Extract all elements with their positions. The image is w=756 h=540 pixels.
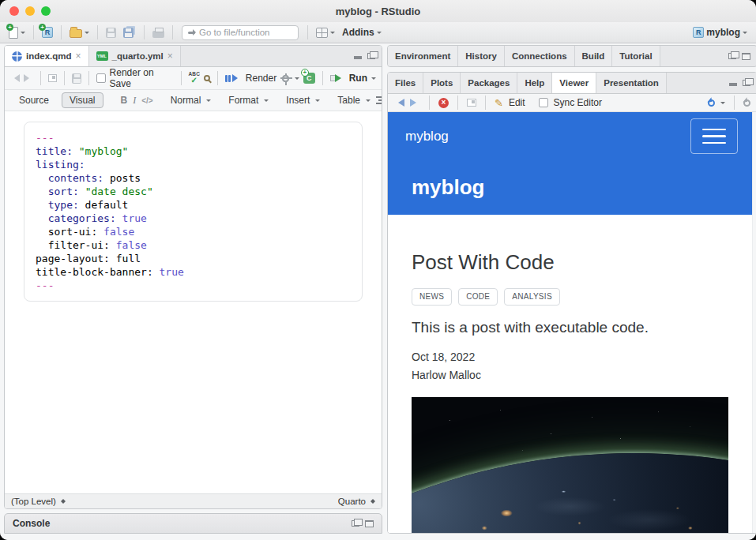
tab-quarto-yml[interactable]: YML _quarto.yml × xyxy=(89,46,181,66)
back-icon[interactable] xyxy=(10,74,20,82)
pane-layout-button[interactable] xyxy=(314,26,337,39)
stop-icon[interactable]: × xyxy=(438,98,449,108)
tab-index-qmd[interactable]: index.qmd × xyxy=(5,46,89,66)
chevron-down-icon[interactable] xyxy=(720,102,725,107)
post-hero-image xyxy=(412,397,728,533)
new-project-button[interactable]: R xyxy=(39,25,55,39)
spellcheck-icon[interactable]: ABC✓ xyxy=(188,72,200,84)
edit-button[interactable]: Edit xyxy=(509,97,525,108)
scope-selector[interactable]: (Top Level) xyxy=(11,497,56,506)
visual-editor[interactable]: ---title: "myblog"listing: contents: pos… xyxy=(5,111,382,493)
insert-menu[interactable]: Insert xyxy=(286,95,310,106)
save-all-button[interactable] xyxy=(121,26,138,39)
render-on-save-checkbox[interactable] xyxy=(96,73,105,83)
category-badge[interactable]: ANALYSIS xyxy=(504,288,560,306)
files-tabbar: Files Plots Packages Help Viewer Present… xyxy=(388,73,756,94)
tab-plots[interactable]: Plots xyxy=(423,73,461,93)
tab-history[interactable]: History xyxy=(458,46,505,66)
search-icon[interactable] xyxy=(204,75,210,81)
restore-pane-icon[interactable] xyxy=(728,53,736,59)
blog-navbar-title[interactable]: myblog xyxy=(405,129,449,144)
divider xyxy=(172,25,173,39)
forward-icon[interactable] xyxy=(410,99,420,107)
tab-viewer[interactable]: Viewer xyxy=(552,73,596,93)
open-file-button[interactable] xyxy=(67,25,92,39)
tab-packages[interactable]: Packages xyxy=(461,73,517,93)
source-mode-button[interactable]: Source xyxy=(12,93,56,107)
maximize-pane-icon[interactable] xyxy=(743,80,750,86)
print-icon xyxy=(152,31,164,38)
new-file-button[interactable] xyxy=(6,25,28,40)
divider xyxy=(181,71,182,85)
save-icon xyxy=(106,28,116,38)
goto-file-input[interactable] xyxy=(199,28,286,37)
tab-presentation[interactable]: Presentation xyxy=(596,73,667,93)
chevron-down-icon xyxy=(264,99,269,104)
italic-button[interactable]: I xyxy=(133,95,136,107)
insert-chunk-icon[interactable]: C xyxy=(303,73,315,84)
gear-icon[interactable] xyxy=(282,75,289,82)
goto-file-search[interactable] xyxy=(182,25,299,40)
editor-statusbar: (Top Level) Quarto xyxy=(5,493,382,508)
hamburger-menu-button[interactable] xyxy=(690,118,738,154)
restore-pane-icon[interactable] xyxy=(352,520,359,527)
yaml-code[interactable]: ---title: "myblog"listing: contents: pos… xyxy=(24,122,363,302)
doc-format-selector[interactable]: Quarto xyxy=(338,497,366,506)
bold-button[interactable]: B xyxy=(121,95,128,106)
project-label: myblog xyxy=(706,27,740,38)
goto-arrow-icon xyxy=(188,32,195,34)
minimize-pane-icon[interactable] xyxy=(354,56,362,59)
sync-editor-checkbox[interactable] xyxy=(539,98,548,107)
outline-toggle-icon[interactable] xyxy=(376,96,382,104)
maximize-pane-icon[interactable] xyxy=(367,53,375,59)
run-button[interactable]: Run xyxy=(349,73,367,84)
tab-environment[interactable]: Environment xyxy=(388,46,458,66)
console-pane-header[interactable]: Console xyxy=(4,513,382,534)
divider xyxy=(64,71,65,85)
post-title[interactable]: Post With Code xyxy=(412,249,728,276)
open-in-new-window-icon[interactable] xyxy=(48,74,57,82)
close-icon[interactable]: × xyxy=(76,51,81,62)
divider xyxy=(734,96,735,110)
save-button[interactable] xyxy=(103,26,118,39)
tab-connections[interactable]: Connections xyxy=(505,46,575,66)
project-menu-button[interactable]: Rmyblog xyxy=(690,25,750,39)
code-button[interactable]: </> xyxy=(141,96,152,105)
minimize-pane-icon[interactable] xyxy=(729,83,737,86)
print-button[interactable] xyxy=(150,26,167,39)
maximize-pane-icon[interactable] xyxy=(742,53,750,60)
forward-icon[interactable] xyxy=(24,74,33,82)
sync-viewer-icon[interactable] xyxy=(708,99,715,107)
addins-button[interactable]: Addins xyxy=(340,25,384,39)
spinner-icon xyxy=(61,497,66,506)
tab-help[interactable]: Help xyxy=(517,73,552,93)
tab-build[interactable]: Build xyxy=(575,46,613,66)
paragraph-style-dropdown[interactable]: Normal xyxy=(171,95,201,106)
category-badge[interactable]: CODE xyxy=(458,288,498,306)
project-icon: R xyxy=(693,27,704,38)
render-on-save-label: Render on Save xyxy=(110,67,174,89)
pane-buttons xyxy=(354,46,382,66)
tab-files[interactable]: Files xyxy=(388,73,423,93)
open-folder-icon xyxy=(70,29,82,38)
chevron-down-icon[interactable] xyxy=(371,77,376,82)
render-button[interactable]: Render xyxy=(246,73,276,84)
chevron-down-icon xyxy=(743,32,747,36)
open-in-new-window-icon[interactable] xyxy=(467,99,476,107)
tab-tutorial[interactable]: Tutorial xyxy=(612,46,660,66)
back-icon[interactable] xyxy=(394,99,404,107)
main-toolbar: R Addins Rmyblog xyxy=(0,22,756,43)
close-icon[interactable]: × xyxy=(167,51,173,62)
format-menu[interactable]: Format xyxy=(228,95,258,106)
tab-label: _quarto.yml xyxy=(112,51,164,61)
viewer-scrollbar-gutter[interactable] xyxy=(752,112,756,533)
maximize-pane-icon[interactable] xyxy=(365,520,374,527)
visual-mode-button[interactable]: Visual xyxy=(62,92,103,108)
divider xyxy=(97,25,98,39)
refresh-icon[interactable] xyxy=(743,99,750,107)
table-menu[interactable]: Table xyxy=(337,95,360,106)
run-icon xyxy=(330,74,345,82)
category-badge[interactable]: NEWS xyxy=(412,288,452,306)
save-icon[interactable] xyxy=(72,73,81,84)
chevron-down-icon[interactable] xyxy=(295,77,299,82)
